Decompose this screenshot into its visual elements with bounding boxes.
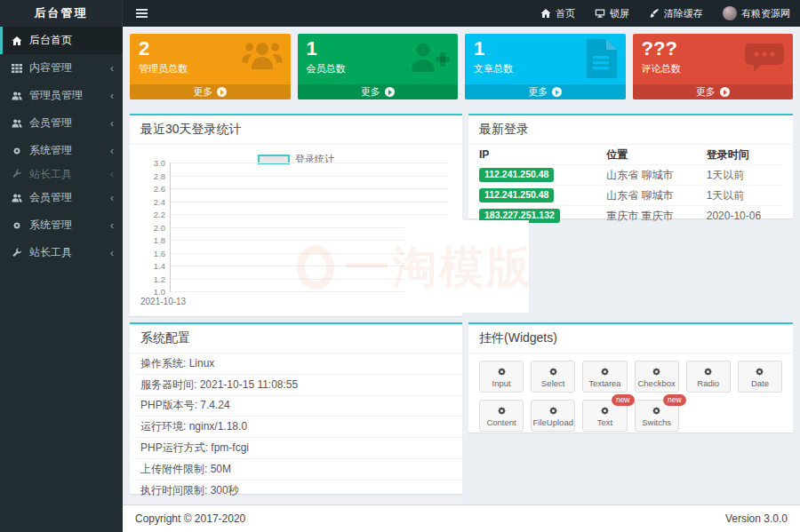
time-cell: 2020-10-06 [707,210,782,222]
wrench-icon [12,248,22,258]
sidebar-item-label: 系统管理 [29,143,72,158]
sidebar-item-member-mgmt-2[interactable]: 会员管理 ‹ [0,184,123,211]
sidebar-item-webmaster-tools-2[interactable]: 站长工具 ‹ [0,239,123,266]
sidebar-item-webmaster-tools[interactable]: 站长工具 ‹ [0,164,123,184]
widget-button-content[interactable]: Content [479,400,524,432]
comments-icon [743,38,786,77]
wrench-icon [12,169,22,179]
widget-button-checkbox[interactable]: Checkbox [635,361,679,393]
chevron-left-icon: ‹ [110,247,114,259]
grid-icon [12,63,22,74]
nav-item-label: 清除缓存 [664,7,703,20]
user-plus-icon [408,38,451,77]
table-header-row: IP 位置 登录时间 [479,145,782,164]
y-tick-label: 2.2 [140,210,165,219]
time-cell: 1天以前 [707,188,782,203]
panel-title: 最近30天登录统计 [130,115,462,145]
widgets-grid: Input Select Textarea Checkbox Radio Dat… [468,353,793,439]
chevron-left-icon: ‹ [110,145,114,157]
user-avatar [723,6,737,20]
widget-button-textarea[interactable]: Textarea [582,361,627,393]
document-icon [583,38,619,79]
col-header-ip: IP [479,148,606,161]
home-icon [12,36,22,46]
sidebar-item-content-mgmt[interactable]: 内容管理 ‹ [0,54,123,82]
sidebar-item-label: 系统管理 [29,218,72,233]
sidebar-item-label: 会员管理 [29,115,72,131]
sidebar-item-dashboard[interactable]: 后台首页 [0,27,123,54]
page-footer: Copyright © 2017-2020 Version 3.0.0 [123,504,800,532]
gear-icon [599,405,611,417]
gear-icon [754,366,765,377]
stat-card-articles: 1 文章总数 更多 [465,34,626,99]
sidebar-item-member-mgmt[interactable]: 会员管理 ‹ [0,109,123,137]
sidebar-item-system-mgmt[interactable]: 系统管理 ‹ [0,137,123,164]
nav-item-clear-cache[interactable]: 清除缓存 [639,0,713,27]
arrow-circle-right-icon [385,87,395,97]
nav-item-home[interactable]: 首页 [531,0,585,27]
widget-button-radio[interactable]: Radio [686,361,731,393]
hamburger-icon [136,9,148,11]
top-navbar: 后台管理 首页 锁屏 清除缓存 有粮资源网 [0,0,800,27]
config-row: PHP运行方式: fpm-fcgi [130,438,462,459]
sidebar-item-label: 站长工具 [29,245,72,260]
gear-icon [702,366,714,377]
main-content: 2 管理员总数 更多 1 会员总数 更多 1 文章总数 [123,27,800,532]
stat-cards-row: 2 管理员总数 更多 1 会员总数 更多 1 文章总数 [130,34,793,99]
table-row: 112.241.250.48 山东省 聊城市 1天以前 [479,185,782,205]
sidebar-toggle-button[interactable] [123,0,161,27]
more-link[interactable]: 更多 [465,84,626,99]
sidebar-item-admin-mgmt[interactable]: 管理员管理 ‹ [0,82,123,109]
y-tick-label: 2.6 [140,184,165,194]
col-header-time: 登录时间 [707,147,782,163]
brand-logo[interactable]: 后台管理 [0,0,123,27]
arrow-circle-right-icon [552,87,562,97]
chevron-left-icon: ‹ [110,90,114,102]
config-row: PHP版本号: 7.4.24 [130,396,462,417]
chevron-left-icon: ‹ [110,168,114,180]
widget-button-switchs[interactable]: new Switchs [635,400,679,432]
y-tick-label: 1.8 [140,235,165,245]
home-icon [540,8,551,19]
stat-card-comments: ??? 评论总数 更多 [633,34,794,99]
more-link[interactable]: 更多 [633,84,794,99]
widget-button-date[interactable]: Date [738,361,782,393]
new-badge: new [612,394,635,406]
widget-button-input[interactable]: Input [479,361,524,393]
nav-item-user-account[interactable]: 有粮资源网 [713,0,800,27]
latest-login-table: IP 位置 登录时间 112.241.250.48 山东省 聊城市 1天以前 1… [468,145,793,226]
widget-button-text[interactable]: new Text [582,400,627,432]
y-tick-label: 1.0 [140,287,165,297]
gear-icon [496,366,508,377]
navbar-menu: 首页 锁屏 清除缓存 有粮资源网 [531,0,800,27]
y-tick-label: 2.0 [140,223,165,233]
gear-icon [651,366,662,377]
sidebar-item-system-mgmt-2[interactable]: 系统管理 ‹ [0,211,123,239]
location-cell: 山东省 聊城市 [606,168,707,183]
ip-badge: 112.241.250.48 [479,188,554,202]
gear-icon [651,405,662,417]
widget-button-fileupload[interactable]: FileUpload [531,400,575,432]
sidebar-item-label: 会员管理 [29,190,72,205]
more-link[interactable]: 更多 [298,84,459,99]
y-tick-label: 3.0 [140,158,165,168]
chevron-left-icon: ‹ [110,219,114,232]
nav-item-label: 首页 [556,7,575,20]
gear-icon [12,220,22,231]
gear-icon [599,366,611,377]
panel-title: 系统配置 [130,324,462,353]
watermark-background [404,220,529,313]
table-row: 112.241.250.48 山东省 聊城市 1天以前 [479,164,782,185]
nav-item-label: 锁屏 [610,7,629,20]
gear-icon [496,405,508,417]
users-group-icon [241,38,284,77]
panel-title: 挂件(Widgets) [468,324,793,353]
config-row: 服务器时间: 2021-10-15 11:08:55 [130,375,462,396]
nav-item-lock-screen[interactable]: 锁屏 [585,0,639,27]
more-link[interactable]: 更多 [130,84,291,99]
sidebar-item-label: 内容管理 [29,60,72,75]
stat-card-admins: 2 管理员总数 更多 [130,34,291,99]
widget-button-select[interactable]: Select [531,361,575,393]
panel-title: 最新登录 [468,115,793,145]
y-tick-label: 1.2 [140,274,165,284]
